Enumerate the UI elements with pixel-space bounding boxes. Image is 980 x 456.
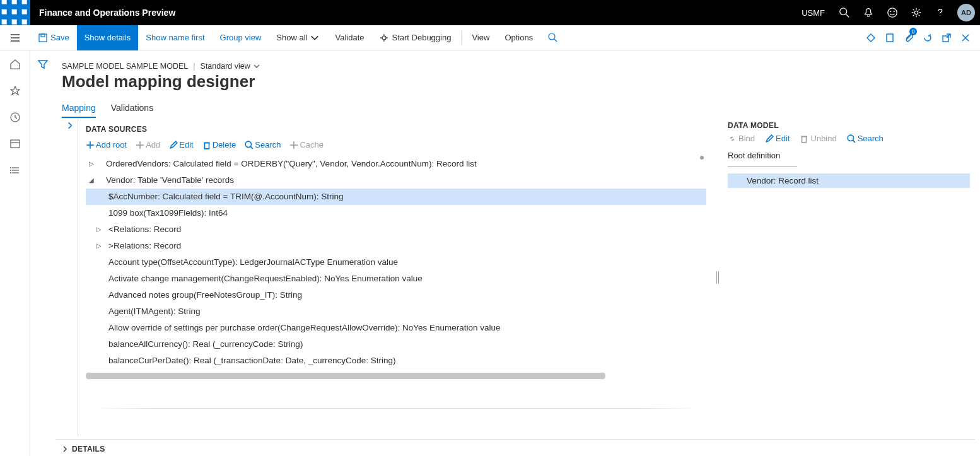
show-name-first-button[interactable]: Show name first [138, 25, 212, 50]
show-all-button[interactable]: Show all [269, 25, 327, 50]
tree-node[interactable]: Agent(ITMAgent): String [86, 303, 706, 320]
nav-toggle[interactable] [0, 25, 30, 50]
app-launcher[interactable] [0, 0, 30, 25]
right-icon-1[interactable] [861, 25, 880, 50]
data-model-item[interactable]: Vendor: Record list [728, 173, 970, 188]
app-title: Finance and Operations Preview [30, 8, 184, 18]
close-button[interactable] [956, 25, 975, 50]
svg-rect-48 [204, 143, 209, 148]
group-view-label: Group view [220, 33, 262, 42]
delete-button[interactable]: Delete [202, 140, 236, 149]
expand-icon[interactable]: ▷ [93, 238, 105, 254]
tree-node[interactable]: Allow override of settings per purchase … [86, 320, 706, 336]
attachments-button[interactable]: 0 [899, 25, 918, 50]
page-title: Model mapping designer [62, 72, 975, 91]
data-sources-panel: DATA SOURCES Add root Add Edit Delete Se… [78, 119, 713, 436]
save-icon [38, 33, 48, 43]
collapse-icon[interactable]: ◢ [86, 172, 97, 189]
svg-rect-7 [12, 20, 17, 25]
expand-icon[interactable]: ▷ [86, 156, 97, 172]
favorites-button[interactable] [8, 83, 23, 98]
debug-icon [379, 33, 389, 43]
search-button[interactable] [832, 0, 856, 25]
search-icon [548, 33, 558, 43]
svg-line-51 [251, 146, 254, 149]
workspaces-button[interactable] [8, 136, 23, 151]
trash-icon [800, 134, 808, 143]
data-sources-tree: ▷OrderedVendors: Calculated field = ORDE… [86, 156, 706, 383]
refresh-button[interactable] [918, 25, 937, 50]
company-code[interactable]: USMF [794, 8, 832, 18]
tree-node[interactable]: Activate change management(ChangeRequest… [86, 271, 706, 287]
search-button[interactable]: Search [847, 134, 884, 143]
tree-node-selected[interactable]: $AccNumber: Calculated field = TRIM(@.Ac… [86, 189, 706, 205]
horizontal-scrollbar[interactable] [86, 373, 605, 379]
filter-column[interactable] [30, 50, 55, 456]
command-search[interactable] [540, 25, 568, 50]
tree-node[interactable]: balanceAllCurrency(): Real (_currencyCod… [86, 336, 706, 353]
help-button[interactable] [928, 0, 952, 25]
panel-toggle[interactable] [62, 119, 78, 436]
save-button[interactable]: Save [30, 25, 77, 50]
workspace-icon [9, 138, 21, 149]
search-button[interactable]: Search [245, 140, 281, 149]
trash-icon [202, 141, 211, 149]
show-details-label: Show details [85, 33, 131, 42]
feedback-button[interactable] [880, 0, 904, 25]
attachments-badge: 0 [909, 28, 917, 35]
tree-node[interactable]: Advanced notes group(FreeNotesGroup_IT):… [86, 287, 706, 303]
svg-rect-4 [12, 9, 17, 15]
svg-rect-0 [2, 0, 7, 4]
view-selector[interactable]: Standard view [201, 62, 260, 71]
svg-line-26 [554, 39, 557, 42]
svg-point-25 [549, 33, 555, 40]
tree-node[interactable]: ▷>Relations: Record [86, 238, 706, 254]
tree-node[interactable]: Account type(OffsetAccountType): LedgerJ… [86, 254, 706, 271]
tree-node[interactable]: ▷OrderedVendors: Calculated field = ORDE… [86, 156, 706, 172]
start-debugging-button[interactable]: Start Debugging [371, 25, 458, 50]
recent-button[interactable] [8, 110, 23, 125]
svg-point-56 [848, 135, 853, 141]
view-menu[interactable]: View [464, 25, 497, 50]
clock-icon [9, 112, 21, 123]
save-label: Save [50, 33, 69, 42]
home-button[interactable] [8, 57, 23, 72]
help-icon [935, 7, 946, 18]
chevron-down-icon [253, 62, 260, 70]
diamond-icon [866, 33, 876, 43]
view-label: View [472, 33, 489, 42]
add-root-button[interactable]: Add root [86, 140, 127, 149]
modules-button[interactable] [8, 163, 23, 178]
settings-button[interactable] [904, 0, 928, 25]
validate-label: Validate [335, 33, 364, 42]
details-section-toggle[interactable]: DETAILS [55, 439, 975, 456]
tree-node[interactable]: 1099 box(Tax1099Fields): Int64 [86, 205, 706, 221]
svg-rect-18 [39, 34, 47, 42]
data-sources-title: DATA SOURCES [86, 121, 706, 137]
group-view-button[interactable]: Group view [213, 25, 269, 50]
expand-icon[interactable]: ▷ [93, 221, 105, 238]
tree-node[interactable]: ▷<Relations: Record [86, 221, 706, 238]
tab-validations[interactable]: Validations [111, 103, 153, 118]
show-all-label: Show all [276, 33, 307, 42]
validate-button[interactable]: Validate [327, 25, 371, 50]
tree-node[interactable]: ◢Vendor: Table 'VendTable' records [86, 172, 706, 189]
tree-node[interactable]: balanceCurPerDate(): Real (_transactionD… [86, 353, 706, 369]
splitter[interactable] [713, 119, 723, 436]
svg-point-20 [382, 36, 386, 40]
plus-icon [289, 141, 298, 149]
svg-line-10 [846, 15, 849, 18]
popout-button[interactable] [937, 25, 956, 50]
show-details-button[interactable]: Show details [77, 25, 139, 50]
bind-button: Bind [728, 134, 755, 143]
edit-button[interactable]: Edit [169, 140, 193, 149]
data-model-toolbar: Bind Edit Unbind Search [728, 134, 970, 148]
tab-mapping[interactable]: Mapping [62, 103, 96, 118]
notifications-button[interactable] [856, 0, 880, 25]
right-icon-2[interactable] [880, 25, 899, 50]
avatar[interactable]: AD [957, 4, 975, 21]
edit-button[interactable]: Edit [765, 134, 790, 143]
filter-icon [38, 59, 48, 69]
options-menu[interactable]: Options [497, 25, 540, 50]
svg-rect-1 [12, 0, 17, 4]
